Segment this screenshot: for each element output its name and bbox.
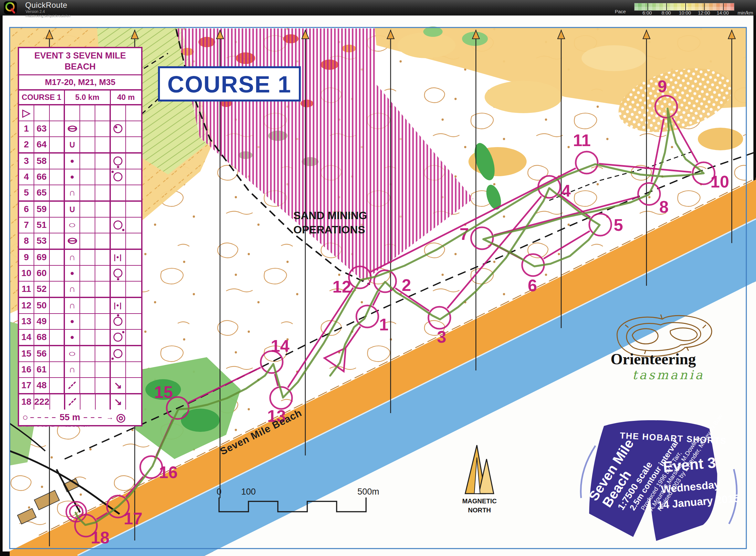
area-label-line1: SAND MINING <box>293 209 367 221</box>
pace-tick <box>647 3 648 10</box>
symbol-pit: ○ <box>68 349 76 358</box>
pace-tick-label: 6:00 <box>637 10 657 15</box>
control-row: 264∪ <box>19 137 141 153</box>
pace-legend-label: Pace <box>615 9 626 14</box>
card-course-header: COURSE 1 5.0 km 40 m <box>19 91 141 105</box>
symbol-reentrant: ∪ <box>69 205 76 214</box>
symbol-junction: ↘ <box>114 380 122 390</box>
control-number: 11 <box>573 131 591 150</box>
pace-tick-label: 12:00 <box>694 10 714 15</box>
card-rows: ▷163⊖264∪358●466●565∩659∪751○853⊖969∩|•|… <box>19 105 141 410</box>
control-description-card: EVENT 3 SEVEN MILE BEACH M17-20, M21, M3… <box>18 47 143 426</box>
control-row: ▷ <box>19 105 141 121</box>
symbol-circle-dot-sw <box>113 349 122 358</box>
control-number: 2 <box>402 276 411 294</box>
control-row: 163⊖ <box>19 121 141 137</box>
app-url[interactable]: matstroeng.se/quickroute/en <box>26 14 70 18</box>
card-title: EVENT 3 SEVEN MILE BEACH <box>19 48 141 75</box>
control-number: 18 <box>91 528 110 547</box>
quickroute-logo-icon <box>4 1 17 14</box>
course-title-text: COURSE 1 <box>167 71 292 97</box>
card-course-climb: 40 m <box>111 91 142 104</box>
control-row: 1060● <box>19 266 141 282</box>
north-label-line2: NORTH <box>468 507 491 514</box>
control-row: 565∩ <box>19 185 141 202</box>
dash-glyphs: – – – – <box>30 413 56 421</box>
symbol-knoll: ● <box>70 334 74 341</box>
control-row: 1556○ <box>19 346 141 362</box>
symbol-circle-dot-nw <box>113 172 122 181</box>
symbol-circle-dot-in <box>113 124 122 133</box>
symbol-hill: ∩ <box>69 301 75 310</box>
control-number: 6 <box>528 276 537 295</box>
symbol-junction: ↘ <box>114 397 122 407</box>
control-number: 8 <box>659 198 669 216</box>
logo-line2: tasmania <box>632 368 704 382</box>
symbol-knoll: ● <box>70 158 74 165</box>
symbol-dashed-line <box>69 398 76 406</box>
pace-tick <box>666 3 667 10</box>
symbol-circle-dot-n <box>113 317 122 326</box>
symbol-circle-dot-se <box>113 220 122 230</box>
control-row: 853⊖ <box>19 233 141 250</box>
control-row: 358● <box>19 153 141 169</box>
symbol-between: |•| <box>114 254 122 261</box>
control-row: 466● <box>19 169 141 185</box>
control-number: 10 <box>711 172 729 191</box>
app-title: QuickRoute <box>25 1 67 10</box>
control-number: 3 <box>437 327 447 346</box>
arrow-glyph: → <box>106 413 114 421</box>
control-number: 15 <box>154 383 173 402</box>
control-row: 659∪ <box>19 202 141 217</box>
symbol-depression: ⊖ <box>67 124 78 133</box>
symbol-circle-dot-ne <box>113 333 122 342</box>
symbol-hill: ∩ <box>69 284 75 293</box>
card-finish-row: ○ – – – – 55 m – – – → ◎ <box>19 410 141 425</box>
control-row: 1748↘ <box>19 378 141 394</box>
control-number: 9 <box>658 77 667 96</box>
symbol-circle-dot-s <box>113 269 122 278</box>
pace-checker-overlay <box>635 3 734 10</box>
course-title-box: COURSE 1 <box>159 67 300 101</box>
card-classes: M17-20, M21, M35 <box>19 75 141 91</box>
pace-unit-label: min/km <box>738 10 753 15</box>
symbol-hill: ∩ <box>69 188 75 197</box>
logo-line1: Orienteering <box>611 350 696 368</box>
control-number: 4 <box>562 181 571 200</box>
control-row: 969∩|•| <box>19 250 141 266</box>
header-bar: QuickRoute Version 2.4 matstroeng.se/qui… <box>0 0 756 15</box>
control-number: 14 <box>271 337 290 355</box>
control-row: 1468● <box>19 330 141 346</box>
symbol-pit: ○ <box>68 220 76 230</box>
pace-tick-label: 8:00 <box>656 10 676 15</box>
symbol-depression: ⊖ <box>67 236 78 245</box>
control-number: 1 <box>379 315 389 334</box>
symbol-circle-dot-s <box>113 157 122 166</box>
pace-tick <box>723 3 724 10</box>
pace-tick-label: 14:00 <box>713 10 732 15</box>
app-version: Version 2.4 <box>26 9 45 14</box>
control-number: 17 <box>124 509 143 528</box>
card-course-name: COURSE 1 <box>19 91 65 104</box>
control-row: 1661∩ <box>19 362 141 378</box>
control-number: 16 <box>159 463 178 482</box>
symbol-between: |•| <box>114 302 122 309</box>
symbol-hill: ∩ <box>69 253 75 262</box>
symbol-reentrant: ∪ <box>69 140 76 149</box>
scale-100: 100 <box>241 487 256 496</box>
pace-tick <box>704 3 705 10</box>
pace-tick-label: 10:00 <box>675 10 694 15</box>
symbol-knoll: ● <box>70 318 74 325</box>
control-row: 1250∩|•| <box>19 298 141 314</box>
symbol-knoll: ● <box>70 270 74 277</box>
control-number: 5 <box>614 216 623 234</box>
start-circle-glyph: ○ <box>22 412 28 423</box>
north-label-line1: MAGNETIC <box>462 497 497 505</box>
dash-glyphs: – – – <box>83 413 103 421</box>
finish-circle-glyph: ◎ <box>116 411 126 424</box>
pace-gradient-bar[interactable] <box>634 3 734 11</box>
scale-500: 500m <box>357 487 379 496</box>
symbol-hill: ∩ <box>69 365 75 374</box>
control-row: 1152∩ <box>19 282 141 298</box>
control-row: 1349● <box>19 314 141 330</box>
